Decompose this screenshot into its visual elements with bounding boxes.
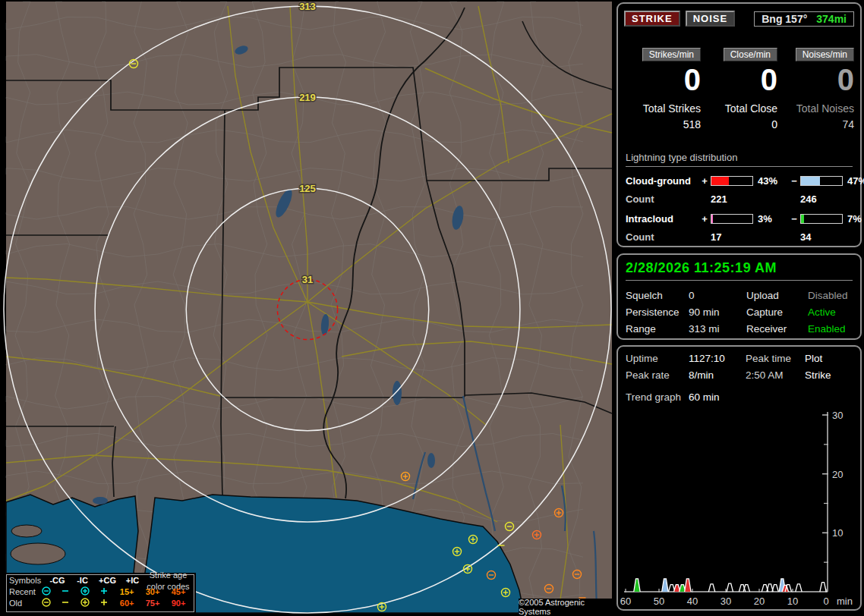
intracloud-row: Intracloud + 3% − 7% [626,213,853,225]
bearing-display: Bng 157° 374mi [754,11,854,27]
strike-age-code: 75+ [140,598,166,609]
trend-spike [820,583,826,592]
legend-row-label: Recent [9,586,36,598]
ic-positive-bar [711,214,753,224]
info-label2: 2:50 AM [746,369,805,381]
noise-mode-button[interactable]: NOISE [686,11,735,27]
info-panel: Uptime1127:10Peak timePlotPeak rate8/min… [616,345,862,611]
cg-negative-bar [800,176,843,186]
close-per-min-chip: Close/min [724,48,777,61]
status-label: Range [626,323,689,335]
trend-y-tick: 20 [832,469,843,480]
cg-count-label: Count [626,193,698,205]
datetime-display: 2/28/2026 11:25:19 AM [626,260,853,281]
intracloud-count-row: Count 17 34 [626,231,853,243]
ic-negative-pct: 7% [843,213,862,225]
app-window: { "map": { "center": {"x": 405, "y": 408… [0,0,864,616]
status-value2: Disabled [808,290,860,301]
-IC-symbol-icon [58,597,73,608]
legend-symbol-cell [56,597,75,611]
strike-age-code: 45+ [166,586,191,598]
-IC-symbol-icon [58,586,73,596]
info-value: 1127:10 [689,353,746,364]
cg-negative-count: 246 [800,193,843,205]
lake [427,453,435,468]
status-label: Persistence [626,306,689,318]
-CG-symbol-icon [39,597,54,608]
trend-x-tick: 10 [787,596,798,607]
distribution-title: Lightning type distribution [626,152,853,167]
status-value: 313 mi [689,323,746,335]
trend-y-tick: 30 [832,410,843,421]
info-value: 8/min [689,369,746,381]
bearing-distance: 374mi [816,13,847,25]
strike-age-code: 30+ [140,586,166,598]
+CG-symbol-icon [77,586,93,596]
status-label2: Upload [746,290,808,301]
-CG-symbol-icon [39,586,54,596]
close-rate-value: 0 [701,63,777,96]
rate-counters: Strikes/min 0 Total Strikes 518 Close/mi… [624,47,854,130]
status-label2: Receiver [746,323,808,335]
total-strikes-label: Total Strikes [624,102,701,115]
status-label: Squelch [626,290,689,301]
stats-panel: STRIKE NOISE Bng 157° 374mi Strikes/min … [616,2,862,247]
cloud-ground-count-row: Count 221 246 [626,193,853,205]
total-close-value: 0 [701,118,777,130]
bearing-value: Bng 157° [762,13,807,25]
legend-symbol-cell [36,597,55,611]
lake [93,497,108,504]
trend-spike [796,584,802,592]
status-grid: Squelch0UploadDisabledPersistence90 minC… [626,290,860,335]
noises-counter: Noises/min 0 Total Noises 74 [777,47,854,130]
strike-age-code: 60+ [114,598,140,609]
plus-sign: + [698,213,711,225]
delta-land [11,543,65,564]
total-strikes-value: 518 [624,118,701,130]
trend-x-tick: 50 [654,596,664,607]
trend-x-tick: 0 [823,596,828,607]
cloud-ground-label: Cloud-ground [626,175,698,187]
trend-graph: 1020306050403020100min [620,401,861,609]
trend-y-tick: 10 [832,527,843,539]
ic-negative-count: 34 [800,231,843,243]
legend-symbol-cell [95,597,114,611]
total-noises-label: Total Noises [777,102,854,115]
trend-x-tick: 20 [754,596,765,607]
info-value2: Plot [805,353,860,364]
legend-col-pos-ic: +IC [120,575,145,586]
strikes-counter: Strikes/min 0 Total Strikes 518 [624,47,701,130]
ic-positive-pct: 3% [753,213,788,225]
trend-x-tick: 60 [620,596,631,607]
strike-age-code: 15+ [114,586,140,598]
total-noises-value: 74 [777,118,854,130]
strike-mode-button[interactable]: STRIKE [624,11,680,27]
cg-positive-pct: 43% [753,175,788,187]
strike-age-code: 90+ [166,598,191,609]
range-ring-label: 125 [299,183,316,194]
info-value2: Strike [805,369,860,381]
info-label: Uptime [626,353,689,364]
lightning-map[interactable]: 31321912531 Symbols -CG -IC +CG +IC Stri… [0,0,615,616]
legend-symbol-cell [75,597,94,611]
trend-x-tick: 30 [721,596,731,607]
status-panel: 2/28/2026 11:25:19 AM Squelch0UploadDisa… [616,253,862,340]
minus-sign: − [788,175,800,187]
noises-per-min-chip: Noises/min [796,48,854,61]
delta-land [11,525,42,537]
+CG-symbol-icon [77,597,93,608]
strikes-rate-value: 0 [624,63,701,96]
map-legend: Symbols -CG -IC +CG +IC Strike age color… [6,574,194,612]
trend-spike [727,583,733,592]
legend-old-row: Old60+75+90+ [7,598,194,609]
noises-rate-value: 0 [777,63,854,96]
cg-positive-count: 221 [711,193,753,205]
status-value2: Enabled [808,323,860,335]
status-label2: Capture [746,306,808,318]
ic-negative-bar [800,214,843,224]
status-value: 0 [689,290,746,301]
lake [393,381,402,405]
close-counter: Close/min 0 Total Close 0 [701,47,777,130]
trend-spike [743,585,749,592]
ic-count-label: Count [626,231,698,243]
